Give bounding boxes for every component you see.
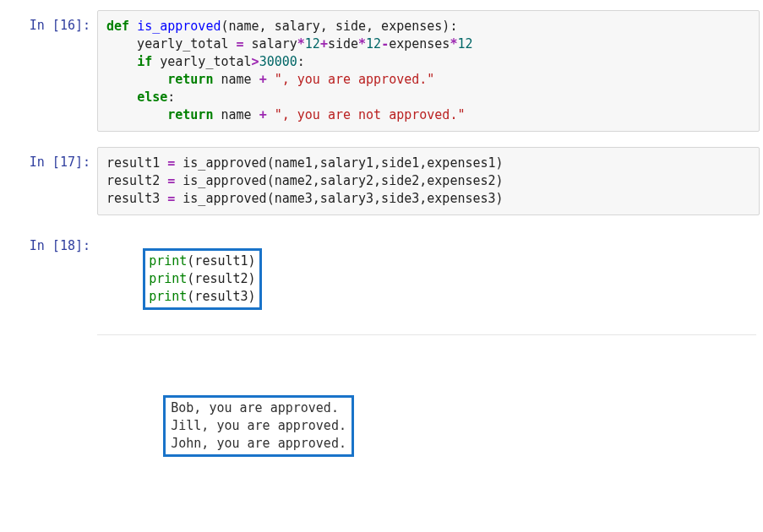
colon: : — [167, 90, 175, 105]
keyword-if: if — [137, 54, 152, 69]
op-gt: > — [252, 54, 259, 69]
keyword-def: def — [106, 19, 129, 34]
code-indent — [106, 90, 137, 105]
op-minus: - — [381, 36, 389, 52]
op-plus: + — [259, 72, 267, 87]
stdout-output: Bob, you are approved. Jill, you are app… — [97, 376, 760, 476]
output-prompt-spacer — [0, 376, 97, 476]
params: (name, salary, side, expenses): — [221, 19, 457, 34]
keyword-return: return — [167, 107, 213, 122]
number-literal: 30000 — [259, 54, 297, 69]
code-text: result1 — [106, 155, 167, 171]
code-text: (result3) — [187, 289, 255, 304]
prompt-number: 16 — [60, 18, 75, 33]
string-literal: ", you are approved." — [267, 72, 435, 87]
assign-op: = — [167, 173, 175, 188]
highlight-box-output: Bob, you are approved. Jill, you are app… — [163, 395, 354, 457]
output-line: Bob, you are approved. — [171, 400, 339, 415]
code-text: yearly_total — [152, 54, 251, 69]
code-text: (result2) — [187, 271, 255, 286]
keyword-else: else — [137, 90, 167, 105]
code-indent — [106, 107, 167, 122]
code-text: salary — [244, 36, 297, 52]
code-indent — [106, 54, 137, 69]
op-star: * — [297, 36, 305, 52]
builtin-print: print — [149, 253, 187, 269]
code-cell-18: In [18]: print(result1) print(result2) p… — [0, 231, 763, 476]
code-text: (result1) — [187, 253, 255, 269]
assign-op: = — [237, 36, 244, 52]
op-star: * — [358, 36, 366, 52]
number-literal: 12 — [305, 36, 320, 52]
number-literal: 12 — [457, 36, 472, 52]
code-text: is_approved(name1,salary1,side1,expenses… — [175, 155, 503, 171]
assign-op: = — [167, 191, 175, 206]
builtin-print: print — [149, 289, 187, 304]
code-text: name — [213, 107, 259, 122]
assign-op: = — [167, 155, 175, 171]
code-indent — [106, 72, 167, 87]
code-input-area[interactable]: result1 = is_approved(name1,salary1,side… — [97, 147, 760, 215]
code-text: result3 — [106, 191, 167, 206]
code-cell-17: In [17]: result1 = is_approved(name1,sal… — [0, 147, 763, 215]
number-literal: 12 — [366, 36, 381, 52]
input-prompt: In [16]: — [0, 10, 97, 132]
code-input-area[interactable]: print(result1) print(result2) print(resu… — [97, 231, 760, 371]
prompt-label: In — [30, 238, 52, 253]
code-text: name — [213, 72, 259, 87]
code-text: expenses — [389, 36, 450, 52]
op-plus: + — [320, 36, 328, 52]
code-input-area[interactable]: def is_approved(name, salary, side, expe… — [97, 10, 760, 132]
output-line: John, you are approved. — [171, 436, 346, 451]
input-prompt: In [17]: — [0, 147, 97, 215]
prompt-label: In — [30, 18, 52, 33]
code-text: side — [328, 36, 358, 52]
output-row: Bob, you are approved. Jill, you are app… — [0, 376, 760, 476]
code-text: result2 — [106, 173, 167, 188]
code-text: is_approved(name2,salary2,side2,expenses… — [175, 173, 503, 188]
keyword-return: return — [167, 72, 213, 87]
prompt-number: 17 — [60, 155, 75, 170]
builtin-print: print — [149, 271, 187, 286]
output-line: Jill, you are approved. — [171, 418, 346, 433]
highlight-box-input: print(result1) print(result2) print(resu… — [143, 248, 261, 310]
input-prompt: In [18]: — [0, 231, 97, 371]
op-plus: + — [259, 107, 267, 122]
function-name: is_approved — [137, 19, 221, 34]
code-cell-16: In [16]: def is_approved(name, salary, s… — [0, 10, 763, 132]
code-text: yearly_total — [106, 36, 237, 52]
prompt-number: 18 — [60, 238, 75, 253]
string-literal: ", you are not approved." — [267, 107, 466, 122]
code-text: is_approved(name3,salary3,side3,expenses… — [175, 191, 503, 206]
prompt-label: In — [30, 155, 52, 170]
jupyter-notebook: In [16]: def is_approved(name, salary, s… — [0, 0, 763, 490]
colon: : — [297, 54, 305, 69]
